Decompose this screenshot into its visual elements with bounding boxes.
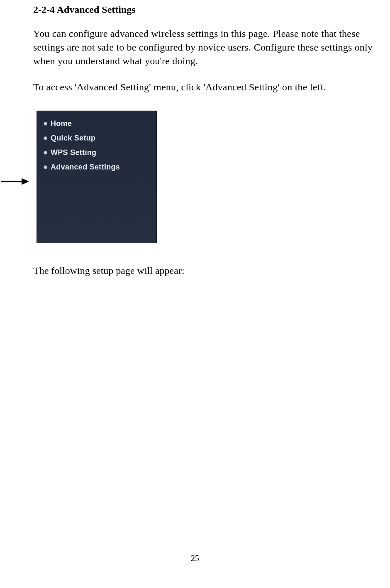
bullet-icon: [44, 165, 47, 169]
section-heading: 2-2-4 Advanced Settings: [33, 4, 373, 15]
svg-marker-1: [22, 178, 29, 185]
arrow-container: [1, 111, 30, 185]
menu-item-wps-setting[interactable]: WPS Setting: [44, 148, 151, 157]
followup-paragraph: The following setup page will appear:: [33, 264, 373, 278]
bullet-icon: [44, 151, 47, 155]
instruction-paragraph: To access 'Advanced Setting' menu, click…: [33, 80, 373, 94]
menu-item-label: Home: [51, 119, 72, 128]
intro-paragraph: You can configure advanced wireless sett…: [33, 27, 373, 68]
bullet-icon: [44, 136, 47, 140]
menu-item-label: WPS Setting: [51, 148, 96, 157]
menu-item-advanced-settings[interactable]: Advanced Settings: [44, 163, 151, 172]
arrow-right-icon: [1, 178, 29, 185]
menu-item-quick-setup[interactable]: Quick Setup: [44, 134, 151, 143]
sidebar-menu-screenshot: Home Quick Setup WPS Setting Advanced Se…: [37, 111, 157, 243]
page-number: 25: [0, 554, 390, 563]
bullet-icon: [44, 122, 47, 126]
screenshot-with-arrow: Home Quick Setup WPS Setting Advanced Se…: [1, 111, 373, 243]
menu-item-home[interactable]: Home: [44, 119, 151, 128]
menu-item-label: Advanced Settings: [51, 163, 120, 172]
menu-item-label: Quick Setup: [51, 134, 95, 143]
